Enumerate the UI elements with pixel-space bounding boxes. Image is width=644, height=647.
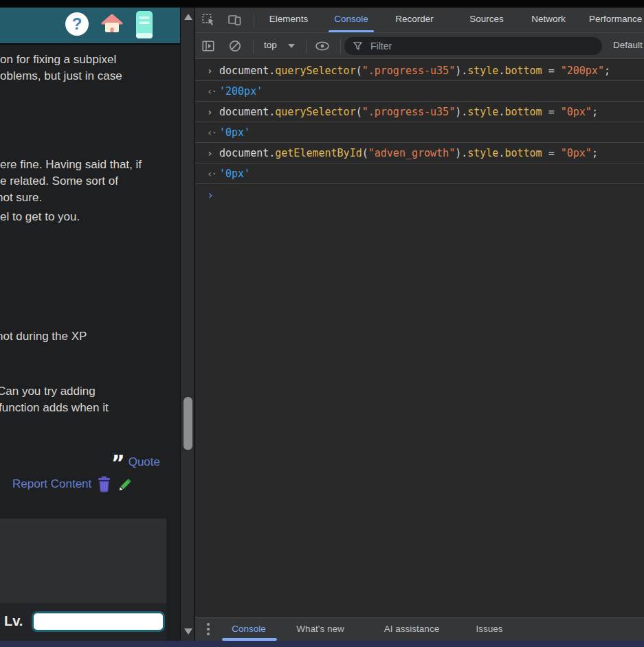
console-code: document.getElementById("adven_growth").… — [219, 147, 598, 159]
level-label: Lv. — [4, 613, 23, 629]
divider — [306, 39, 307, 54]
screen: ? on for fixing a subpixel oblems, but j… — [0, 0, 644, 647]
console-prompt[interactable] — [195, 184, 644, 205]
console-result: '0px' — [219, 168, 250, 180]
post-text-line: oblems, but just in case — [0, 69, 122, 83]
console-input-row: document.getElementById("adven_growth").… — [195, 143, 644, 163]
tab-sources[interactable]: Sources — [469, 14, 504, 24]
filter-funnel-icon — [353, 41, 363, 52]
console-input-row: document.querySelector(".progress-u35").… — [195, 102, 644, 122]
drawer-tab-whats-new[interactable]: What's new — [296, 624, 344, 634]
chevron-right-icon — [207, 65, 219, 76]
post-text-line: not during the XP — [0, 330, 87, 343]
tab-recorder[interactable]: Recorder — [395, 14, 434, 24]
filter-input[interactable] — [369, 40, 594, 52]
window-bottom-strip — [0, 641, 644, 647]
console-result: '0px' — [219, 126, 250, 139]
console-result-row: '0px' — [195, 163, 644, 184]
report-row: Report Content — [12, 476, 133, 492]
console-code: document.querySelector(".progress-u35").… — [219, 106, 598, 118]
post-text-line: on for fixing a subpixel — [0, 53, 116, 67]
filter-box[interactable] — [344, 37, 602, 55]
inspect-element-icon[interactable] — [201, 12, 216, 27]
devtools-tabbar: Elements Console Recorder Sources Networ… — [195, 8, 644, 33]
level-strip: Lv. — [0, 603, 166, 641]
post-text-line: not sure. — [0, 191, 42, 205]
device-toolbar-icon[interactable] — [227, 12, 242, 27]
console-output: document.querySelector(".progress-u35").… — [195, 59, 644, 617]
tab-network[interactable]: Network — [531, 14, 566, 24]
trash-icon[interactable] — [97, 476, 111, 492]
quote-link[interactable]: Quote — [129, 455, 160, 468]
chevron-right-icon — [207, 148, 219, 159]
edit-pencil-icon[interactable] — [117, 476, 133, 492]
console-result: '200px' — [219, 85, 263, 98]
devtools-panel: Elements Console Recorder Sources Networ… — [195, 8, 644, 641]
quote-action[interactable]: ”Quote — [0, 455, 160, 469]
home-icon[interactable] — [100, 12, 124, 36]
drawer-tab-issues[interactable]: Issues — [476, 624, 502, 634]
quote-icon: ” — [111, 451, 125, 475]
chevron-down-icon — [288, 44, 295, 48]
context-selector[interactable]: top — [264, 40, 277, 50]
active-tab-underline — [329, 30, 374, 32]
question-icon[interactable]: ? — [65, 12, 89, 36]
post-text-line: e related. Some sort of — [0, 174, 118, 188]
drawer-tab-ai-assistance[interactable]: AI assistance — [384, 624, 439, 634]
live-expression-eye-icon[interactable] — [313, 38, 331, 54]
return-arrow-icon — [207, 168, 219, 179]
tab-console[interactable]: Console — [334, 14, 368, 24]
scrollbar-thumb[interactable] — [184, 397, 192, 450]
console-sidebar-icon[interactable] — [201, 38, 216, 54]
report-content-link[interactable]: Report Content — [12, 477, 91, 491]
console-result-row: '0px' — [195, 122, 644, 143]
chevron-right-icon — [207, 106, 219, 117]
default-levels-dropdown[interactable]: Default levels — [613, 40, 644, 50]
console-code: document.querySelector(".progress-u35").… — [219, 65, 610, 77]
console-toolbar: top Default levels — [195, 33, 644, 59]
tab-elements[interactable]: Elements — [269, 14, 308, 24]
scroll-up-arrow-icon[interactable] — [184, 14, 192, 20]
divider — [253, 39, 254, 54]
prompt-chevron-icon — [207, 188, 219, 202]
clear-console-icon[interactable] — [227, 38, 243, 54]
page-scrollbar[interactable] — [180, 8, 195, 641]
post-text-line: function adds when it — [0, 401, 109, 415]
tab-performance[interactable]: Performance — [589, 14, 642, 24]
level-input[interactable] — [32, 611, 165, 632]
console-input-row: document.querySelector(".progress-u35").… — [195, 60, 644, 81]
return-arrow-icon — [207, 86, 219, 97]
quoted-content-panel — [0, 519, 166, 603]
console-result-row: '200px' — [195, 81, 644, 102]
drawer-tab-console[interactable]: Console — [232, 624, 266, 634]
divider — [254, 13, 254, 27]
devtools-drawer: Console What's new AI assistance Issues — [195, 617, 644, 641]
post-text-line: el to get to you. — [0, 210, 80, 224]
post-text-line: ere fine. Having said that, if — [0, 158, 142, 172]
post-text-line: Can you try adding — [0, 385, 96, 398]
page-header-bar: ? — [0, 8, 180, 45]
scroll-down-arrow-icon[interactable] — [184, 628, 192, 635]
more-options-icon[interactable] — [207, 623, 210, 637]
notebook-icon[interactable] — [135, 10, 153, 39]
window-top-strip — [0, 0, 644, 8]
divider — [340, 39, 341, 54]
return-arrow-icon — [207, 127, 219, 138]
